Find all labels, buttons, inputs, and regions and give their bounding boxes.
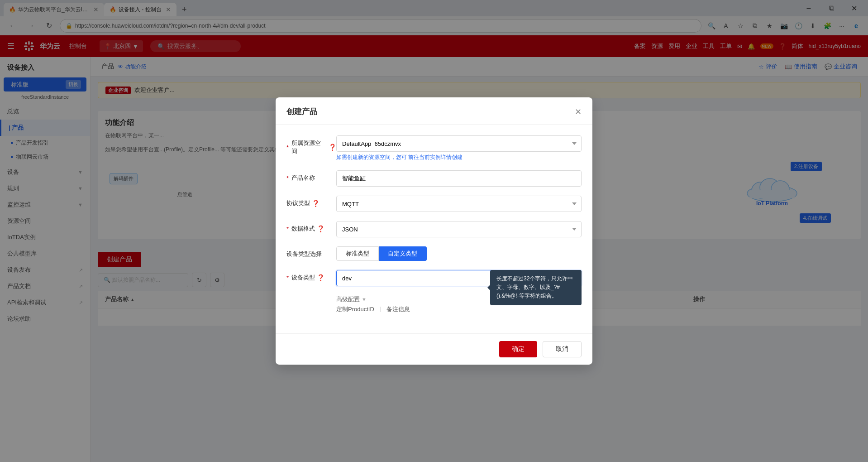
modal-footer: 确定 取消 bbox=[276, 333, 592, 365]
device-type-label: * 设备类型 ❓ bbox=[286, 270, 336, 282]
product-name-row: * 产品名称 bbox=[286, 170, 582, 187]
confirm-button[interactable]: 确定 bbox=[499, 341, 537, 357]
tooltip-text: 长度不超过32个字符，只允许中文、字母、数字、以及_?#().&%@!-等字符的… bbox=[496, 275, 573, 299]
note-link[interactable]: 备注信息 bbox=[386, 305, 410, 313]
data-format-help-icon[interactable]: ❓ bbox=[317, 225, 324, 232]
data-format-control: JSON 二进制码流 bbox=[336, 221, 582, 237]
custom-product-id-link[interactable]: 定制ProductID bbox=[336, 305, 374, 313]
data-format-label: * 数据格式 ❓ bbox=[286, 221, 336, 233]
data-format-row: * 数据格式 ❓ JSON 二进制码流 bbox=[286, 221, 582, 237]
protocol-label-text: 协议类型 bbox=[286, 199, 310, 207]
protocol-help-icon[interactable]: ❓ bbox=[312, 200, 320, 207]
advanced-config-text: 高级配置 bbox=[336, 295, 360, 303]
required-mark: * bbox=[286, 144, 289, 151]
resource-space-select[interactable]: DefaultApp_65dczmvx bbox=[336, 135, 582, 152]
product-name-label: * 产品名称 bbox=[286, 170, 336, 182]
device-type-row: * 设备类型 ❓ 长度不超过32个字符，只允许中文、字母、数字、以及_?#().… bbox=[286, 270, 582, 286]
device-type-choice-control: 标准类型 自定义类型 bbox=[336, 246, 582, 261]
resource-space-row: * 所属资源空间 ❓ DefaultApp_65dczmvx 如需创建新的资源空… bbox=[286, 135, 582, 161]
resource-space-hint: 如需创建新的资源空间，您可 前往当前实例详情创建 bbox=[336, 154, 582, 161]
required-mark2: * bbox=[286, 175, 289, 182]
custom-type-button[interactable]: 自定义类型 bbox=[379, 246, 427, 261]
resource-space-label: * 所属资源空间 ❓ bbox=[286, 135, 336, 155]
protocol-select[interactable]: MQTT CoAP HTTP bbox=[336, 196, 582, 212]
resource-space-help-icon[interactable]: ❓ bbox=[329, 144, 336, 151]
advanced-config-label bbox=[286, 295, 336, 299]
required-mark3: * bbox=[286, 226, 289, 232]
data-format-label-text: 数据格式 bbox=[291, 225, 315, 233]
modal-header: 创建产品 ✕ bbox=[276, 97, 592, 125]
protocol-row: 协议类型 ❓ MQTT CoAP HTTP bbox=[286, 196, 582, 212]
resource-space-control: DefaultApp_65dczmvx 如需创建新的资源空间，您可 前往当前实例… bbox=[336, 135, 582, 161]
hint-link[interactable]: 前往当前实例详情创建 bbox=[408, 154, 463, 160]
advanced-arrow-icon: ▼ bbox=[362, 297, 367, 302]
hint-text: 如需创建新的资源空间，您可 bbox=[336, 154, 407, 160]
advanced-links: 定制ProductID | 备注信息 bbox=[336, 305, 582, 313]
device-type-choice-row: 设备类型选择 标准类型 自定义类型 bbox=[286, 246, 582, 261]
protocol-control: MQTT CoAP HTTP bbox=[336, 196, 582, 212]
required-mark4: * bbox=[286, 274, 289, 281]
device-type-choice-label-text: 设备类型选择 bbox=[286, 250, 322, 258]
cancel-button[interactable]: 取消 bbox=[543, 341, 582, 357]
device-type-control: 长度不超过32个字符，只允许中文、字母、数字、以及_?#().&%@!-等字符的… bbox=[336, 270, 582, 286]
product-name-control bbox=[336, 170, 582, 187]
device-type-help-icon[interactable]: ❓ bbox=[317, 274, 324, 281]
protocol-label: 协议类型 ❓ bbox=[286, 196, 336, 207]
resource-space-label-text: 所属资源空间 bbox=[291, 139, 327, 155]
separator: | bbox=[380, 305, 381, 313]
product-name-input[interactable] bbox=[336, 170, 582, 187]
modal-close-button[interactable]: ✕ bbox=[575, 107, 582, 117]
data-format-select[interactable]: JSON 二进制码流 bbox=[336, 221, 582, 237]
device-type-label-text: 设备类型 bbox=[291, 274, 315, 282]
device-type-tooltip: 长度不超过32个字符，只允许中文、字母、数字、以及_?#().&%@!-等字符的… bbox=[490, 270, 582, 305]
device-type-choice-label: 设备类型选择 bbox=[286, 246, 336, 258]
device-type-toggle: 标准类型 自定义类型 bbox=[336, 246, 582, 261]
create-product-modal: 创建产品 ✕ * 所属资源空间 ❓ DefaultApp_65dczmvx 如需… bbox=[276, 97, 592, 365]
product-name-label-text: 产品名称 bbox=[291, 174, 315, 182]
standard-type-button[interactable]: 标准类型 bbox=[336, 246, 379, 261]
modal-body: * 所属资源空间 ❓ DefaultApp_65dczmvx 如需创建新的资源空… bbox=[276, 125, 592, 333]
modal-title: 创建产品 bbox=[286, 106, 317, 117]
modal-overlay: 创建产品 ✕ * 所属资源空间 ❓ DefaultApp_65dczmvx 如需… bbox=[0, 0, 868, 462]
